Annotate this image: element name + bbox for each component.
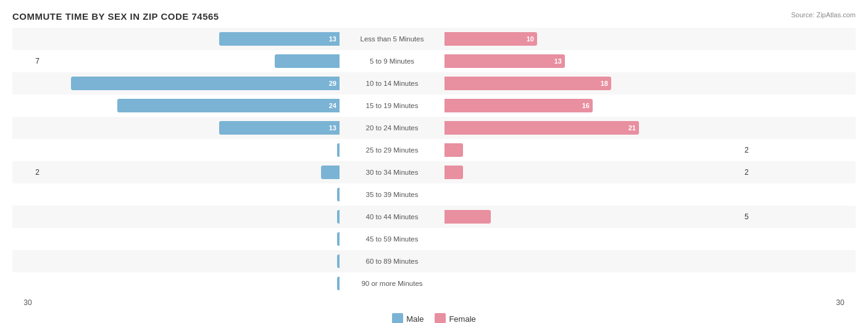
bar-row: 13 Less than 5 Minutes 10 (12, 28, 856, 50)
bar-row: 24 15 to 19 Minutes 16 (12, 94, 856, 117)
left-bar-container (43, 210, 340, 224)
legend-area: Male Female (12, 313, 856, 323)
male-bar: 13 (219, 32, 340, 46)
legend-female-label: Female (449, 314, 475, 324)
left-bar-container: 13 (43, 32, 340, 46)
bar-row: 40 to 44 Minutes 5 (12, 206, 856, 228)
female-bar: 21 (444, 121, 639, 135)
right-bar-container (444, 210, 741, 224)
bar-row: 29 10 to 14 Minutes 18 (12, 72, 856, 94)
male-bar: 13 (219, 121, 340, 135)
row-label: 15 to 19 Minutes (340, 102, 444, 109)
right-value: 2 (741, 168, 772, 177)
female-swatch (435, 313, 446, 323)
bar-row: 90 or more Minutes (12, 272, 856, 295)
female-bar: 13 (444, 54, 565, 68)
bar-row: 2 30 to 34 Minutes 2 (12, 161, 856, 183)
bar-row: 45 to 59 Minutes (12, 228, 856, 250)
right-bar-container (444, 254, 741, 268)
right-bar-container (444, 232, 741, 246)
row-label: 45 to 59 Minutes (340, 235, 444, 243)
left-bar-container (43, 166, 340, 179)
row-label: 30 to 34 Minutes (340, 169, 444, 176)
female-bar: 16 (444, 99, 593, 112)
bottom-axis: 30 30 (12, 298, 856, 307)
bar-row: 25 to 29 Minutes 2 (12, 139, 856, 161)
bars-area: 13 Less than 5 Minutes 10 7 5 to 9 Minut… (12, 28, 856, 295)
left-bar-container (43, 232, 340, 246)
right-bar-container (444, 188, 741, 201)
male-inner-val: 24 (329, 102, 336, 109)
right-bar-container (444, 143, 741, 157)
source-label: Source: ZipAtlas.com (791, 11, 856, 19)
female-inner-val: 13 (554, 57, 562, 65)
bar-row: 35 to 39 Minutes (12, 183, 856, 206)
legend-female: Female (435, 313, 475, 323)
bar-row: 60 to 89 Minutes (12, 250, 856, 272)
row-label: 20 to 24 Minutes (340, 124, 444, 132)
row-label: 35 to 39 Minutes (340, 191, 444, 198)
legend-male: Male (392, 313, 424, 323)
left-bar-container: 24 (43, 99, 340, 112)
female-bar: 18 (444, 77, 611, 90)
right-bar-container: 16 (444, 99, 741, 112)
male-bar (275, 54, 340, 68)
bottom-axis-right: 30 (825, 298, 856, 307)
female-inner-val: 21 (628, 124, 636, 132)
bar-row: 13 20 to 24 Minutes 21 (12, 117, 856, 139)
male-bar: 29 (71, 77, 340, 90)
legend-male-label: Male (406, 314, 424, 324)
female-bar (444, 210, 491, 224)
male-inner-val: 13 (329, 124, 336, 132)
row-label: 40 to 44 Minutes (340, 213, 444, 220)
right-value: 5 (741, 212, 772, 221)
female-bar (444, 143, 463, 157)
left-bar-container (43, 277, 340, 290)
female-inner-val: 18 (601, 80, 608, 87)
row-label: 90 or more Minutes (340, 280, 444, 287)
left-bar-container (43, 54, 340, 68)
left-value: 2 (12, 168, 43, 177)
right-bar-container: 18 (444, 77, 741, 90)
left-bar-container: 13 (43, 121, 340, 135)
chart-title: COMMUTE TIME BY SEX IN ZIP CODE 74565 (12, 11, 856, 22)
right-bar-container: 21 (444, 121, 741, 135)
left-bar-container (43, 188, 340, 201)
right-bar-container (444, 166, 741, 179)
row-label: 10 to 14 Minutes (340, 80, 444, 87)
female-bar (444, 166, 463, 179)
female-inner-val: 16 (582, 102, 590, 109)
row-label: Less than 5 Minutes (340, 35, 444, 43)
male-bar (321, 166, 340, 179)
row-label: 60 to 89 Minutes (340, 258, 444, 265)
male-bar: 24 (117, 99, 340, 112)
right-bar-container (444, 277, 741, 290)
female-inner-val: 10 (527, 35, 534, 43)
right-value: 2 (741, 146, 772, 154)
male-inner-val: 13 (329, 35, 336, 43)
male-swatch (392, 313, 403, 323)
chart-container: COMMUTE TIME BY SEX IN ZIP CODE 74565 So… (0, 0, 868, 323)
left-value: 7 (12, 57, 43, 65)
bar-row: 7 5 to 9 Minutes 13 (12, 50, 856, 72)
female-bar: 10 (444, 32, 537, 46)
left-bar-container (43, 143, 340, 157)
right-bar-container: 10 (444, 32, 741, 46)
left-bar-container (43, 254, 340, 268)
row-label: 5 to 9 Minutes (340, 57, 444, 65)
bottom-axis-left: 30 (12, 298, 43, 307)
row-label: 25 to 29 Minutes (340, 146, 444, 154)
left-bar-container: 29 (43, 77, 340, 90)
right-bar-container: 13 (444, 54, 741, 68)
male-inner-val: 29 (329, 80, 336, 87)
